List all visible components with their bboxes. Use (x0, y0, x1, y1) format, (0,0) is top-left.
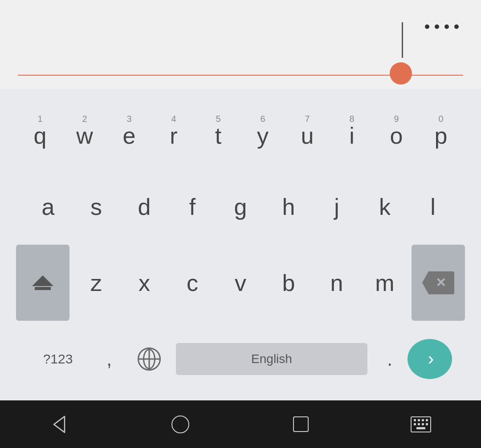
keyboard-row-2: a s d f g h j k l (0, 169, 481, 245)
go-key[interactable]: › (408, 339, 452, 379)
key-p[interactable]: 0 p (419, 93, 463, 169)
key-m[interactable]: m (361, 245, 409, 321)
space-label: English (251, 352, 292, 366)
navigation-bar (0, 400, 481, 448)
key-a[interactable]: a (24, 169, 72, 245)
keyboard-bottom-row: ?123 , English . › (0, 321, 481, 397)
num-switch-key[interactable]: ?123 (24, 321, 91, 397)
key-s-letter: s (90, 195, 102, 218)
nav-home-button[interactable] (163, 411, 198, 438)
key-g-letter: g (234, 195, 247, 218)
keyboard-icon-spacebar (416, 427, 425, 429)
key-i[interactable]: 8 i (330, 93, 374, 169)
key-d[interactable]: d (120, 169, 168, 245)
text-input-area (0, 0, 481, 89)
backspace-key[interactable]: ✕ (412, 245, 465, 321)
key-u-letter: u (301, 124, 314, 147)
period-label: . (387, 348, 392, 370)
key-e[interactable]: 3 e (107, 93, 151, 169)
key-p-letter: p (435, 124, 448, 147)
key-t[interactable]: 5 t (196, 93, 240, 169)
key-o-letter: o (390, 124, 403, 147)
key-p-number: 0 (438, 114, 443, 123)
space-key[interactable]: English (176, 343, 367, 375)
key-i-letter: i (349, 124, 355, 147)
key-e-letter: e (123, 124, 136, 147)
key-y-number: 6 (260, 114, 265, 123)
key-t-number: 5 (216, 114, 220, 123)
key-r-letter: r (170, 124, 177, 147)
home-icon (171, 416, 189, 433)
keyboard-row-3: z x c v b n m ✕ (0, 245, 481, 321)
key-w-number: 2 (82, 114, 87, 123)
key-l-letter: l (430, 195, 436, 218)
key-n-letter: n (330, 271, 343, 295)
backspace-icon: ✕ (422, 271, 454, 295)
key-x-letter: x (139, 271, 150, 295)
keyboard-icon-row2 (414, 423, 428, 425)
key-s[interactable]: s (72, 169, 120, 245)
key-n[interactable]: n (313, 245, 361, 321)
period-key[interactable]: . (372, 321, 408, 397)
comma-label: , (106, 348, 112, 370)
key-x[interactable]: x (120, 245, 168, 321)
key-q[interactable]: 1 q (18, 93, 62, 169)
key-q-letter: q (34, 124, 47, 147)
shift-arrow-icon (32, 275, 53, 286)
globe-key[interactable] (127, 321, 171, 397)
key-f-letter: f (189, 195, 196, 218)
key-h[interactable]: h (265, 169, 313, 245)
dot-3 (444, 24, 449, 29)
key-l[interactable]: l (409, 169, 457, 245)
keyboard-icon-row1 (414, 419, 428, 421)
key-y-letter: y (257, 124, 269, 147)
key-z-letter: z (90, 271, 102, 295)
keyboard-icon (411, 416, 431, 432)
key-h-letter: h (282, 195, 295, 218)
key-r-number: 4 (171, 114, 176, 123)
key-k-letter: k (379, 195, 391, 218)
key-b[interactable]: b (265, 245, 313, 321)
key-r[interactable]: 4 r (151, 93, 196, 169)
key-y[interactable]: 6 y (240, 93, 285, 169)
dot-4 (454, 24, 459, 29)
nav-recents-button[interactable] (283, 411, 318, 438)
key-j-letter: j (334, 195, 339, 218)
svg-marker-0 (54, 416, 65, 432)
key-b-letter: b (282, 271, 295, 295)
key-i-number: 8 (349, 114, 354, 123)
back-icon (50, 415, 70, 434)
dot-1 (425, 24, 429, 29)
cursor-handle[interactable] (390, 62, 412, 85)
globe-icon (138, 347, 161, 371)
key-g[interactable]: g (216, 169, 265, 245)
shift-key[interactable] (16, 245, 69, 321)
key-v-letter: v (235, 271, 246, 295)
keyboard: 1 q 2 w 3 e 4 r 5 t 6 y 7 u 8 i (0, 89, 481, 400)
recents-icon (293, 416, 309, 432)
key-c[interactable]: c (168, 245, 216, 321)
comma-key[interactable]: , (91, 321, 127, 397)
key-v[interactable]: v (216, 245, 265, 321)
dot-2 (435, 24, 439, 29)
key-a-letter: a (42, 195, 55, 218)
go-arrow-icon: › (428, 349, 434, 369)
nav-back-button[interactable] (42, 411, 78, 438)
key-w[interactable]: 2 w (62, 93, 107, 169)
key-j[interactable]: j (313, 169, 361, 245)
key-t-letter: t (215, 124, 221, 147)
key-e-number: 3 (126, 114, 131, 123)
key-u[interactable]: 7 u (285, 93, 330, 169)
globe-oval (143, 349, 155, 369)
num-switch-label: ?123 (43, 351, 73, 367)
key-z[interactable]: z (72, 245, 120, 321)
keyboard-row-1: 1 q 2 w 3 e 4 r 5 t 6 y 7 u 8 i (0, 93, 481, 169)
key-f[interactable]: f (168, 169, 216, 245)
text-cursor (402, 22, 403, 58)
key-k[interactable]: k (361, 169, 409, 245)
nav-keyboard-button[interactable] (403, 411, 439, 438)
key-o[interactable]: 9 o (374, 93, 419, 169)
key-w-letter: w (76, 124, 93, 147)
key-u-number: 7 (305, 114, 310, 123)
shift-bar-icon (35, 287, 51, 290)
